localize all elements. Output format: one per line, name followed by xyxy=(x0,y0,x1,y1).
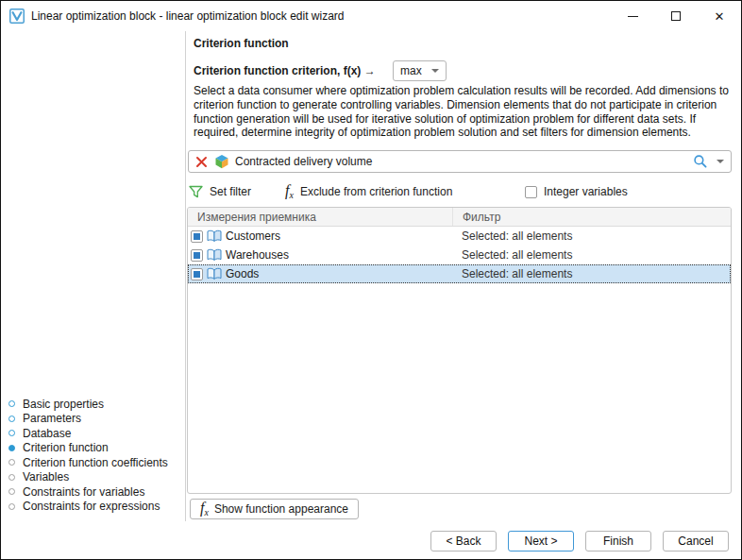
step-future-bullet-icon xyxy=(8,488,15,495)
criterion-function-label: Criterion function criterion, f(x) → xyxy=(194,60,376,81)
dimension-book-icon xyxy=(207,229,222,243)
data-consumer-value: Contracted delivery volume xyxy=(235,155,693,168)
checkbox-checked-icon[interactable] xyxy=(191,249,203,262)
criterion-dropdown-value: max xyxy=(400,64,431,77)
step-future-bullet-icon xyxy=(8,459,15,466)
data-cube-icon xyxy=(214,154,229,169)
window-title: Linear optimization block - linear optim… xyxy=(31,9,611,23)
next-button[interactable]: Next > xyxy=(508,531,574,552)
checkbox-checked-icon[interactable] xyxy=(191,230,203,243)
dimension-book-icon xyxy=(207,248,222,262)
step-criterion-function[interactable]: Criterion function xyxy=(1,441,185,456)
titlebar: Linear optimization block - linear optim… xyxy=(1,1,741,31)
step-parameters[interactable]: Parameters xyxy=(1,412,185,427)
minimize-button[interactable] xyxy=(611,2,654,31)
chevron-down-icon xyxy=(431,69,439,73)
step-label: Basic properties xyxy=(23,398,104,411)
dimension-cell: Customers xyxy=(188,229,452,243)
dimension-name: Goods xyxy=(226,267,259,280)
step-criterion-function-coefficients[interactable]: Criterion function coefficients xyxy=(1,455,185,470)
cancel-button[interactable]: Cancel xyxy=(663,531,729,552)
description-text: Select a data consumer where optimizatio… xyxy=(194,84,739,140)
checkbox-checked-icon[interactable] xyxy=(191,268,203,280)
step-constraints-for-variables[interactable]: Constraints for variables xyxy=(1,484,185,500)
table-row-goods[interactable]: Goods Selected: all elements xyxy=(188,264,731,283)
app-logo-icon xyxy=(9,8,25,24)
dimension-cell: Warehouses xyxy=(188,248,452,262)
step-label: Constraints for variables xyxy=(23,485,144,499)
chevron-down-icon[interactable] xyxy=(717,160,724,163)
set-filter-button[interactable]: Set filter xyxy=(189,179,251,204)
dimensions-table: Измерения приемника Фильтр Customers Sel… xyxy=(187,207,732,494)
step-label: Parameters xyxy=(23,412,81,425)
maximize-button[interactable] xyxy=(654,2,698,31)
minimize-icon xyxy=(628,16,638,17)
integer-variables-checkbox[interactable]: Integer variables xyxy=(525,179,628,204)
search-icon[interactable] xyxy=(693,154,708,169)
dimension-name: Customers xyxy=(226,229,280,243)
step-done-bullet-icon xyxy=(8,416,15,422)
step-basic-properties[interactable]: Basic properties xyxy=(1,397,185,412)
back-button[interactable]: < Back xyxy=(430,531,497,552)
table-header: Измерения приемника Фильтр xyxy=(188,208,731,227)
step-current-bullet-icon xyxy=(8,445,15,451)
step-future-bullet-icon xyxy=(8,503,15,510)
filter-funnel-icon xyxy=(189,185,203,198)
dimension-cell: Goods xyxy=(188,267,452,280)
filter-value: Selected: all elements xyxy=(452,248,731,262)
step-label: Criterion function xyxy=(23,441,109,454)
function-fx-icon: fx xyxy=(285,183,294,200)
step-variables[interactable]: Variables xyxy=(1,470,185,485)
close-button[interactable]: ✕ xyxy=(698,2,741,31)
column-header-dimensions[interactable]: Измерения приемника xyxy=(188,211,452,224)
function-fx-icon: fx xyxy=(200,501,209,518)
step-label: Constraints for expressions xyxy=(23,500,160,513)
filter-value: Selected: all elements xyxy=(452,229,731,243)
table-row-customers[interactable]: Customers Selected: all elements xyxy=(188,227,731,246)
toolbar: Set filter fx Exclude from criterion fun… xyxy=(186,179,730,204)
dimension-book-icon xyxy=(207,267,222,280)
checkbox-unchecked-icon[interactable] xyxy=(525,186,537,198)
step-future-bullet-icon xyxy=(8,474,15,481)
step-database[interactable]: Database xyxy=(1,426,185,441)
show-function-appearance-button[interactable]: fx Show function appearance xyxy=(190,499,359,519)
finish-button[interactable]: Finish xyxy=(585,531,651,552)
dimension-name: Warehouses xyxy=(226,248,289,262)
step-label: Variables xyxy=(23,470,69,484)
show-function-appearance-label: Show function appearance xyxy=(214,502,348,516)
clear-icon[interactable] xyxy=(195,156,208,168)
exclude-from-criterion-button[interactable]: fx Exclude from criterion function xyxy=(285,179,452,204)
data-consumer-field[interactable]: Contracted delivery volume xyxy=(188,150,732,173)
page-title: Criterion function xyxy=(194,37,289,50)
close-icon: ✕ xyxy=(715,10,725,23)
criterion-dropdown[interactable]: max xyxy=(393,60,447,81)
integer-variables-label: Integer variables xyxy=(544,185,628,198)
column-header-filter[interactable]: Фильтр xyxy=(452,208,731,226)
filter-value: Selected: all elements xyxy=(452,267,731,280)
main-panel: Criterion function Criterion function cr… xyxy=(186,31,741,521)
step-label: Criterion function coefficients xyxy=(23,456,168,469)
exclude-label: Exclude from criterion function xyxy=(300,185,452,198)
step-done-bullet-icon xyxy=(8,430,15,436)
step-constraints-for-expressions[interactable]: Constraints for expressions xyxy=(1,500,185,515)
wizard-steps-sidebar: Basic properties Parameters Database Cri… xyxy=(1,397,185,514)
wizard-window: Linear optimization block - linear optim… xyxy=(0,0,742,560)
step-label: Database xyxy=(23,427,71,440)
maximize-icon xyxy=(671,11,681,21)
step-done-bullet-icon xyxy=(8,400,15,407)
set-filter-label: Set filter xyxy=(210,185,251,198)
table-row-warehouses[interactable]: Warehouses Selected: all elements xyxy=(188,246,731,264)
